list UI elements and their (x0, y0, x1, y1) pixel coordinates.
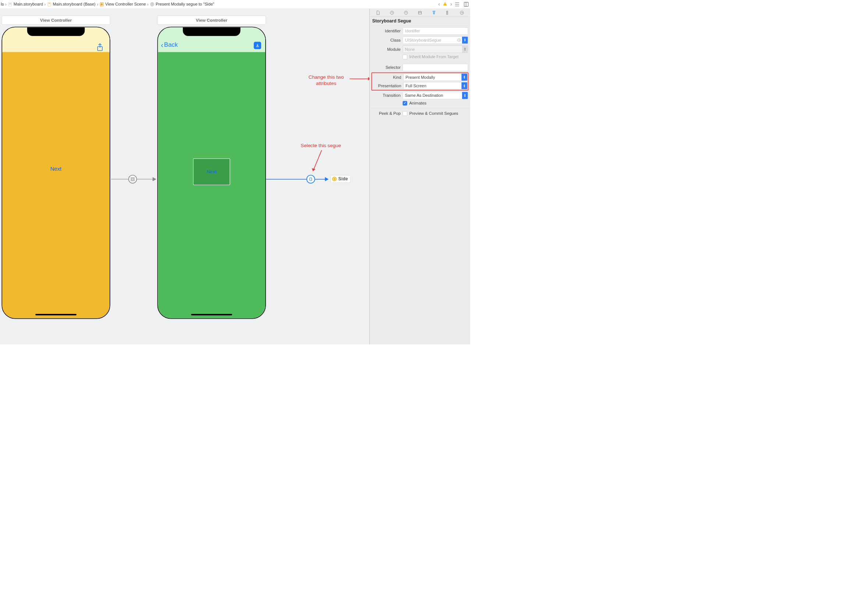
back-button[interactable]: ‹ Back (161, 41, 178, 49)
identity-inspector-icon[interactable] (417, 10, 423, 15)
chevrons-icon: ▲▼ (462, 45, 468, 53)
connections-inspector-icon[interactable] (459, 10, 464, 15)
inspector-form: Identifier Class UIStoryboardSegue ▲▼ Mo… (370, 26, 470, 109)
svg-rect-1 (9, 3, 11, 3)
svg-line-17 (313, 150, 322, 171)
chevron-right-icon: › (97, 1, 98, 7)
annotation-line: attributes (309, 80, 344, 87)
crumb-text[interactable]: Present Modally segue to "Side" (155, 2, 214, 7)
svg-rect-6 (101, 3, 103, 5)
module-label: Module (372, 47, 401, 51)
selector-field[interactable] (403, 64, 468, 71)
peek-pop-label: Peek & Pop (372, 111, 401, 116)
presentation-label: Presentation (372, 84, 401, 88)
scene-icon (99, 2, 104, 6)
next-button-label[interactable]: Next (50, 166, 62, 172)
annotation-arrowhead (368, 77, 370, 81)
presentation-combo[interactable]: Full Screen ▲▼ (403, 82, 467, 89)
svg-rect-14 (131, 177, 134, 181)
svg-rect-16 (310, 178, 312, 181)
chevron-right-icon: › (5, 1, 7, 7)
crumb-text[interactable]: Main.storyboard (14, 2, 43, 7)
history-nav: ‹ › (438, 1, 452, 7)
transition-value: Same As Destination (403, 93, 462, 98)
help-inspector-icon[interactable]: ? (403, 10, 409, 15)
scene-title[interactable]: View Controller (1, 15, 110, 25)
storyboard-file-icon (8, 2, 12, 6)
module-value: None (403, 47, 462, 51)
segue-to-side-selected[interactable] (266, 179, 328, 180)
kind-label: Kind (372, 75, 401, 79)
annotation-line: Selecte this segue (300, 142, 341, 148)
svg-point-7 (151, 3, 154, 6)
storyboard-base-icon (47, 2, 51, 6)
identifier-field[interactable] (403, 27, 468, 35)
svg-rect-3 (48, 2, 51, 6)
inspector-tab-bar: ? (370, 9, 470, 16)
chevron-left-icon: ‹ (161, 41, 163, 49)
history-inspector-icon[interactable] (389, 10, 395, 15)
warning-icon[interactable] (443, 1, 447, 7)
storyboard-ref-icon (332, 177, 337, 181)
svg-rect-2 (9, 4, 11, 4)
annotation-arrow (350, 79, 369, 79)
inherit-module-checkbox[interactable] (403, 54, 407, 59)
svg-rect-9 (445, 3, 445, 4)
annotation-text: Selecte this segue (300, 142, 341, 149)
crumb-text[interactable]: ls (1, 2, 4, 7)
chevrons-icon: ▲▼ (462, 37, 468, 44)
selector-label: Selector (372, 65, 401, 70)
svg-rect-15 (132, 179, 133, 180)
transition-label: Transition (372, 93, 401, 98)
class-label: Class (372, 38, 401, 43)
chevrons-icon: ▲▼ (462, 73, 467, 81)
svg-rect-10 (445, 5, 445, 5)
scene-reference-label: Side (338, 176, 348, 182)
peek-pop-row: Peek & Pop Preview & Commit Segues (370, 109, 470, 118)
nav-forward-icon[interactable]: › (450, 1, 452, 7)
scene-title[interactable]: View Controller (157, 15, 266, 25)
arrowhead-icon (325, 177, 328, 181)
container-view[interactable]: Next (193, 158, 230, 185)
adjust-editor-icon[interactable] (463, 1, 469, 7)
scene-reference-side[interactable]: Side (331, 175, 350, 182)
home-indicator (35, 314, 76, 315)
kind-combo[interactable]: Present Modally ▲▼ (403, 73, 467, 81)
class-combo[interactable]: UIStoryboardSegue ▲▼ (403, 37, 468, 44)
crumb-text[interactable]: Main.storyboard (Base) (53, 2, 95, 7)
annotation-line: Change this two (309, 74, 344, 80)
presentation-value: Full Screen (404, 84, 462, 88)
nav-back-icon[interactable]: ‹ (438, 1, 440, 7)
annotation-arrow (309, 149, 326, 177)
share-icon (97, 43, 103, 53)
size-inspector-icon[interactable] (445, 10, 451, 15)
segue-icon (150, 2, 154, 6)
breadcrumb[interactable]: ls › Main.storyboard › Main.storyboard (… (0, 1, 435, 7)
crumb-text[interactable]: View Controller Scene (105, 2, 146, 7)
svg-text:?: ? (406, 12, 407, 14)
animates-label: Animates (409, 101, 426, 106)
transition-combo[interactable]: Same As Destination ▲▼ (403, 92, 468, 99)
outline-toggle-icon[interactable] (454, 1, 460, 7)
svg-rect-24 (447, 11, 448, 14)
kind-value: Present Modally (404, 75, 462, 79)
attributes-inspector-icon[interactable] (431, 10, 437, 15)
annotation-text: Change this two attributes (309, 74, 344, 87)
back-label: Back (164, 41, 178, 48)
scene-viewcontroller-1[interactable]: View Controller Next (1, 15, 110, 319)
identifier-label: Identifier (372, 29, 401, 34)
breadcrumb-bar: ls › Main.storyboard › Main.storyboard (… (0, 0, 470, 9)
peek-pop-checkbox[interactable] (403, 111, 407, 116)
scene-viewcontroller-2[interactable]: View Controller ‹ Back Next (157, 15, 266, 319)
highlighted-attributes-box: Kind Present Modally ▲▼ Presentation Ful… (372, 72, 469, 91)
jump-to-class-icon[interactable] (457, 38, 462, 42)
svg-rect-8 (152, 3, 153, 5)
chevron-right-icon: › (147, 1, 149, 7)
chevrons-icon: ▲▼ (462, 92, 468, 99)
module-combo[interactable]: None ▲▼ (403, 45, 468, 53)
view-body: Next (2, 52, 110, 318)
animates-checkbox[interactable] (403, 101, 407, 105)
ib-canvas[interactable]: View Controller Next View Controller (0, 9, 370, 344)
segue-node-icon[interactable] (128, 175, 137, 183)
file-inspector-icon[interactable] (375, 10, 381, 15)
